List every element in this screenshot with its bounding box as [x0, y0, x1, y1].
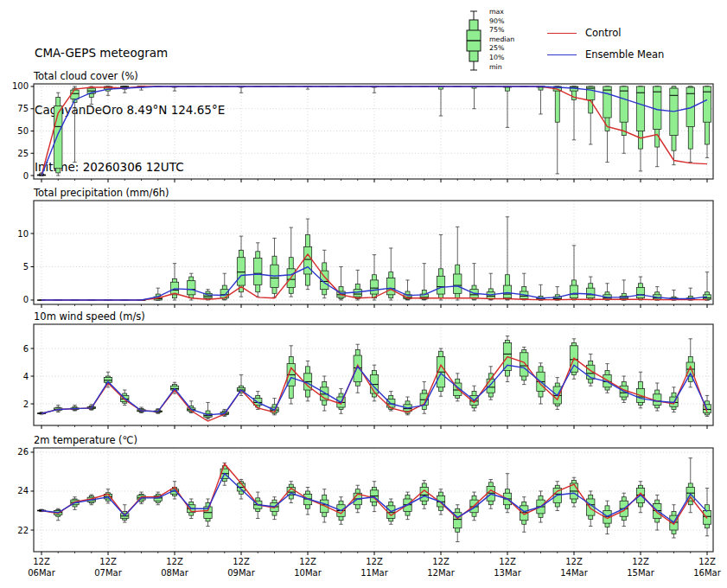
- y-tick-label: 10: [17, 229, 29, 239]
- x-tick-day-label: 06Mar: [28, 568, 55, 578]
- x-tick-hour-label: 12Z: [632, 557, 649, 566]
- meteogram-page: CMA-GEPS meteogram CagayanDeOro 8.49°N 1…: [0, 0, 727, 588]
- x-tick-day-label: 12Mar: [427, 568, 455, 578]
- y-tick-label: 22: [17, 526, 29, 535]
- y-tick-label: 24: [17, 486, 29, 495]
- panel-title-wind-speed: 10m wind speed (m/s): [34, 310, 145, 323]
- panel-1: 0510: [17, 201, 713, 308]
- x-tick-day-label: 10Mar: [294, 568, 322, 578]
- y-tick-label: 5: [23, 262, 29, 272]
- y-tick-label: 0: [23, 171, 29, 181]
- x-tick-hour-label: 12Z: [233, 557, 250, 566]
- y-tick-label: 6: [23, 344, 29, 354]
- x-tick-hour-label: 12Z: [33, 557, 50, 566]
- x-tick-hour-label: 12Z: [698, 557, 716, 566]
- x-tick-day-label: 08Mar: [161, 568, 188, 578]
- meteogram-canvas: Total cloud cover (%) Total precipitatio…: [0, 0, 727, 588]
- panel-3: 222426: [17, 447, 713, 555]
- panel-title-cloud-cover: Total cloud cover (%): [33, 70, 138, 82]
- x-tick-hour-label: 12Z: [565, 557, 583, 566]
- boxes: [37, 217, 711, 301]
- x-tick-day-label: 07Mar: [94, 568, 122, 578]
- panel-title-temperature: 2m temperature (℃): [34, 434, 137, 446]
- x-tick-hour-label: 12Z: [99, 557, 117, 566]
- x-tick-day-label: 14Mar: [560, 568, 588, 578]
- y-tick-label: 0: [23, 295, 29, 304]
- x-tick-hour-label: 12Z: [166, 557, 183, 566]
- y-tick-label: 75: [17, 104, 29, 113]
- x-tick-hour-label: 12Z: [499, 557, 516, 566]
- y-tick-label: 4: [23, 372, 29, 381]
- y-tick-label: 2: [23, 399, 29, 409]
- x-tick-day-label: 15Mar: [627, 568, 654, 578]
- panel-0: 0255075100: [12, 81, 713, 182]
- x-tick-hour-label: 12Z: [366, 557, 383, 566]
- x-tick-day-label: 13Mar: [494, 568, 521, 578]
- x-tick-day-label: 09Mar: [227, 568, 255, 578]
- y-tick-label: 25: [17, 149, 29, 158]
- x-tick-hour-label: 12Z: [432, 557, 450, 566]
- y-tick-label: 26: [17, 447, 29, 457]
- panel-title-precipitation: Total precipitation (mm/6h): [33, 187, 169, 199]
- x-tick-hour-label: 12Z: [299, 557, 316, 566]
- x-tick-day-label: 16Mar: [693, 568, 721, 578]
- y-tick-label: 100: [12, 81, 29, 91]
- x-tick-day-label: 11Mar: [360, 568, 388, 578]
- y-tick-label: 50: [17, 126, 29, 136]
- panel-2: 246: [23, 324, 713, 429]
